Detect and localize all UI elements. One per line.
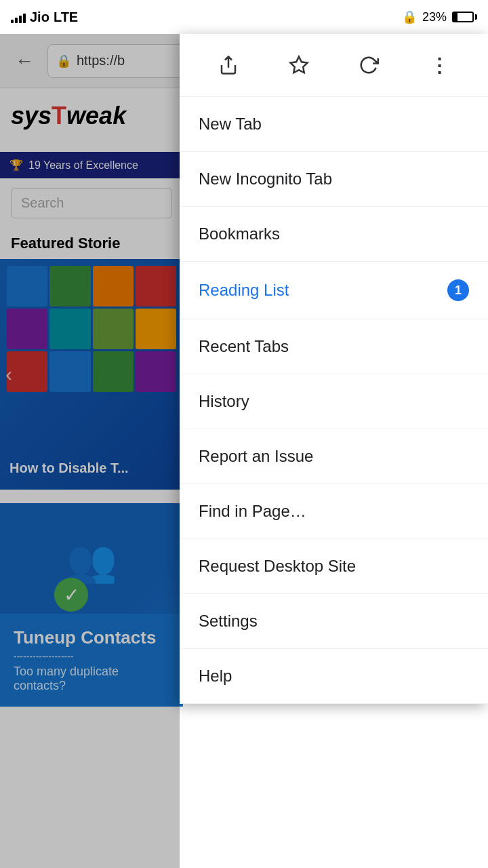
share-icon xyxy=(218,55,239,75)
menu-items-list: New TabNew Incognito TabBookmarksReading… xyxy=(180,97,488,704)
menu-item-label-request-desktop: Request Desktop Site xyxy=(199,557,356,576)
star-icon xyxy=(289,55,309,75)
menu-item-help[interactable]: Help xyxy=(180,649,488,704)
menu-toolbar: ⋮ xyxy=(180,34,488,97)
reload-icon xyxy=(359,55,379,75)
menu-item-label-find-in-page: Find in Page… xyxy=(199,502,306,521)
svg-marker-0 xyxy=(290,57,307,73)
three-dots-icon: ⋮ xyxy=(430,54,449,77)
menu-item-label-settings: Settings xyxy=(199,612,258,631)
more-icon-button[interactable]: ⋮ xyxy=(420,46,458,84)
menu-item-history[interactable]: History xyxy=(180,374,488,429)
dropdown-backdrop[interactable] xyxy=(0,34,180,868)
menu-item-recent-tabs[interactable]: Recent Tabs xyxy=(180,319,488,374)
battery-icon xyxy=(452,12,477,22)
menu-item-badge-reading-list: 1 xyxy=(447,279,469,301)
lock-icon: 🔒 xyxy=(402,9,417,24)
menu-item-label-help: Help xyxy=(199,667,232,686)
menu-item-bookmarks[interactable]: Bookmarks xyxy=(180,207,488,262)
menu-item-new-incognito-tab[interactable]: New Incognito Tab xyxy=(180,152,488,207)
menu-item-label-history: History xyxy=(199,392,249,411)
reload-icon-button[interactable] xyxy=(350,46,388,84)
dropdown-overlay: ⋮ New TabNew Incognito TabBookmarksReadi… xyxy=(0,34,488,868)
share-icon-button[interactable] xyxy=(209,46,247,84)
status-left: Jio LTE xyxy=(11,9,78,25)
status-bar: Jio LTE 🔒 23% xyxy=(0,0,488,34)
menu-item-find-in-page[interactable]: Find in Page… xyxy=(180,484,488,539)
menu-item-label-bookmarks: Bookmarks xyxy=(199,224,280,243)
network-type: LTE xyxy=(54,9,78,25)
status-right: 🔒 23% xyxy=(402,9,477,24)
menu-item-settings[interactable]: Settings xyxy=(180,594,488,649)
signal-icon xyxy=(11,11,26,23)
menu-item-label-reading-list: Reading List xyxy=(199,281,289,300)
dropdown-menu: ⋮ New TabNew Incognito TabBookmarksReadi… xyxy=(180,34,488,704)
menu-item-label-report-issue: Report an Issue xyxy=(199,447,313,466)
menu-item-request-desktop[interactable]: Request Desktop Site xyxy=(180,539,488,594)
menu-item-label-new-incognito-tab: New Incognito Tab xyxy=(199,170,332,189)
menu-item-new-tab[interactable]: New Tab xyxy=(180,97,488,152)
bookmark-icon-button[interactable] xyxy=(280,46,318,84)
battery-percent: 23% xyxy=(422,10,447,24)
menu-item-report-issue[interactable]: Report an Issue xyxy=(180,429,488,484)
menu-item-label-recent-tabs: Recent Tabs xyxy=(199,337,289,356)
carrier-name: Jio xyxy=(30,9,49,25)
menu-item-label-new-tab: New Tab xyxy=(199,115,262,134)
menu-item-reading-list[interactable]: Reading List1 xyxy=(180,262,488,319)
